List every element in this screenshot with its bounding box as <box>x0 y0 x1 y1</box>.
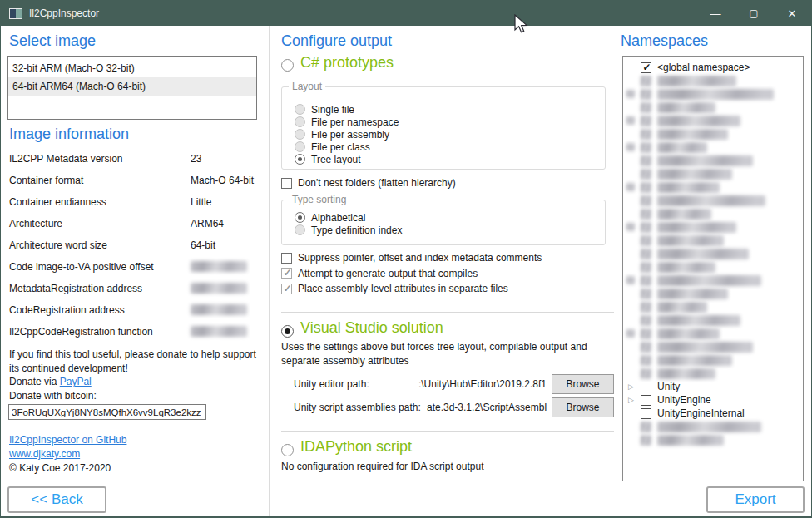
namespace-item[interactable]: ▷ <box>623 101 803 114</box>
namespace-item[interactable]: ▷ <box>623 207 803 220</box>
redacted-checkbox <box>641 116 651 126</box>
namespace-item[interactable]: ▷ UnityEngineInternal <box>623 407 803 420</box>
expand-icon[interactable]: ▷ <box>626 396 641 404</box>
namespace-item[interactable]: ▷ <box>623 260 803 274</box>
type-sorting-option[interactable]: Alphabetical <box>295 211 605 224</box>
expand-icon[interactable]: ▷ <box>626 382 641 391</box>
layout-option[interactable]: File per namespace <box>295 116 605 128</box>
namespace-item[interactable]: ▷ <box>623 141 803 154</box>
namespace-item[interactable]: ▷ UnityEngine <box>623 393 803 407</box>
namespace-item[interactable]: ▷ <box>623 313 803 327</box>
layout-option[interactable]: File per assembly <box>295 128 605 141</box>
checkbox-icon[interactable] <box>281 253 292 264</box>
namespace-item[interactable]: ▷ <box>623 167 803 180</box>
namespace-item[interactable]: ▷ <box>623 127 803 141</box>
idapython-label[interactable]: IDAPython script <box>300 438 412 456</box>
redacted-value <box>191 326 247 337</box>
redacted-checkbox <box>641 182 651 193</box>
namespace-item[interactable]: ▷ <box>623 114 803 127</box>
type-sorting-option[interactable]: Type definition index <box>295 224 605 236</box>
namespace-checkbox-icon[interactable] <box>641 395 651 406</box>
paypal-link[interactable]: PayPal <box>60 376 92 387</box>
website-link[interactable]: www.djkaty.com <box>9 448 80 460</box>
namespace-item[interactable]: ▷ <box>623 433 803 446</box>
namespace-item[interactable]: ▷ <box>623 287 803 300</box>
info-label: Architecture <box>9 218 191 229</box>
namespace-item[interactable]: ▷ <box>623 327 803 340</box>
redacted-checkbox <box>641 155 651 166</box>
configure-output-header: Configure output <box>281 32 392 50</box>
radio-icon[interactable] <box>295 129 305 140</box>
namespace-item[interactable]: ▷ <box>623 194 803 207</box>
namespace-item[interactable]: ▷ <box>623 220 803 234</box>
github-link[interactable]: Il2CppInspector on GitHub <box>9 434 126 446</box>
info-row: Container format Mach-O 64-bit <box>9 175 260 196</box>
namespace-item[interactable]: ▷ <box>623 247 803 260</box>
namespace-item[interactable]: ▷ <box>623 420 803 433</box>
output-checkbox-row[interactable]: Suppress pointer, offset and index metad… <box>281 250 542 266</box>
namespace-item[interactable]: ▷ <box>623 154 803 167</box>
radio-icon[interactable] <box>295 104 305 115</box>
namespace-item[interactable]: ▷ <global namespace> <box>623 61 803 74</box>
redacted-checkbox <box>641 262 651 273</box>
unity-editor-path-value[interactable]: :\Unity\Hub\Editor\2019.2.8f1 <box>392 378 547 390</box>
redacted-namespace-text <box>657 155 753 166</box>
idapython-radio[interactable] <box>281 444 294 456</box>
csharp-prototypes-label[interactable]: C# prototypes <box>300 54 394 72</box>
redacted-namespace-text <box>657 76 736 86</box>
namespace-item[interactable]: ▷ <box>623 180 803 194</box>
checkbox-icon[interactable] <box>281 178 292 189</box>
namespace-item[interactable]: ▷ <box>623 74 803 87</box>
info-row: Architecture ARM64 <box>9 218 260 239</box>
image-list-item[interactable]: 32-bit ARM (Mach-O 32-bit) <box>8 59 256 77</box>
visual-studio-radio[interactable] <box>281 325 294 338</box>
namespace-item[interactable]: ▷ <box>623 353 803 367</box>
namespace-checkbox-icon[interactable] <box>641 408 651 419</box>
output-checkbox-label: Suppress pointer, offset and index metad… <box>298 252 542 264</box>
redacted-checkbox <box>641 342 651 353</box>
redacted-namespace-text <box>657 222 736 233</box>
namespace-item[interactable]: ▷ <box>623 340 803 353</box>
output-checkbox-row[interactable]: Place assembly-level attributes in separ… <box>281 281 542 297</box>
image-listbox[interactable]: 32-bit ARM (Mach-O 32-bit) 64-bit ARM64 … <box>7 56 257 120</box>
output-checkbox-row[interactable]: Attempt to generate output that compiles <box>281 266 542 282</box>
radio-icon[interactable] <box>295 224 305 235</box>
close-button[interactable]: ✕ <box>773 1 811 26</box>
redacted-namespace-text <box>657 435 724 446</box>
namespace-item[interactable]: ▷ <box>623 274 803 287</box>
namespaces-listbox[interactable]: ▷ <global namespace> ▷ ▷ <box>622 56 804 481</box>
radio-icon[interactable] <box>295 141 305 152</box>
layout-option[interactable]: File per class <box>295 141 605 153</box>
unity-assemblies-path-value[interactable]: ate.3d-3.1.2\ScriptAssemblies <box>427 402 547 413</box>
checkbox-icon[interactable] <box>281 268 292 279</box>
flatten-checkbox-row[interactable]: Don't nest folders (flatten hierarchy) <box>281 177 456 189</box>
visual-studio-label[interactable]: Visual Studio solution <box>300 319 443 337</box>
namespace-checkbox-icon[interactable] <box>641 382 651 392</box>
checkbox-icon[interactable] <box>281 284 292 294</box>
namespace-checkbox-icon[interactable] <box>641 62 651 73</box>
minimize-button[interactable]: — <box>696 1 735 26</box>
layout-option[interactable]: Tree layout <box>295 153 605 165</box>
radio-icon[interactable] <box>295 116 305 127</box>
bitcoin-address-field[interactable] <box>8 404 206 420</box>
radio-icon[interactable] <box>295 212 305 223</box>
export-button[interactable]: Export <box>706 486 805 513</box>
browse-assemblies-button[interactable]: Browse <box>552 397 614 417</box>
back-button[interactable]: << Back <box>7 486 106 513</box>
redacted-expander <box>626 90 635 98</box>
image-list-item[interactable]: 64-bit ARM64 (Mach-O 64-bit) <box>8 77 256 96</box>
radio-icon[interactable] <box>295 154 305 165</box>
maximize-button[interactable]: ▢ <box>735 1 773 26</box>
csharp-prototypes-radio[interactable] <box>281 59 294 72</box>
namespace-item[interactable]: ▷ <box>623 87 803 101</box>
info-label: Container format <box>9 175 191 186</box>
redacted-checkbox <box>641 302 651 313</box>
redacted-value <box>191 261 247 272</box>
redacted-checkbox <box>641 76 651 86</box>
browse-editor-button[interactable]: Browse <box>552 374 614 394</box>
namespace-item[interactable]: ▷ <box>623 300 803 313</box>
layout-option[interactable]: Single file <box>295 103 605 116</box>
namespace-item[interactable]: ▷ <box>623 367 803 380</box>
namespace-item[interactable]: ▷ Unity <box>623 380 803 393</box>
namespace-item[interactable]: ▷ <box>623 234 803 247</box>
